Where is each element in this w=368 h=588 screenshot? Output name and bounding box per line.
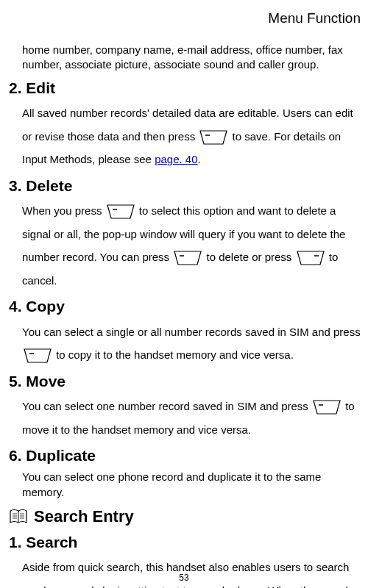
header-title: Menu Function (9, 9, 364, 28)
edit-text-c: . (198, 153, 201, 165)
heading-delete: 3. Delete (9, 176, 364, 196)
copy-body: You can select a single or all number re… (22, 320, 364, 367)
copy-text-a: You can select a single or all number re… (22, 326, 361, 338)
move-body: You can select one number record saved i… (22, 395, 364, 441)
svg-marker-0 (200, 131, 227, 144)
heading-move: 5. Move (9, 371, 364, 392)
softkey-icon (199, 130, 227, 145)
softkey-icon (24, 348, 52, 363)
heading-search-entry: Search Entry (9, 506, 364, 528)
page-link[interactable]: page. 40 (155, 153, 197, 165)
heading-edit: 2. Edit (9, 78, 364, 98)
softkey-icon (174, 251, 202, 265)
duplicate-body: You can select one phone record and dupl… (22, 469, 364, 500)
delete-text-c: to delete or press (206, 251, 294, 263)
book-icon (9, 508, 28, 526)
intro-paragraph: home number, company name, e-mail addres… (22, 43, 364, 73)
softkey-icon (107, 204, 135, 219)
svg-marker-6 (297, 251, 324, 265)
softkey-icon (297, 251, 325, 265)
svg-marker-10 (314, 401, 340, 414)
heading-copy: 4. Copy (9, 296, 364, 317)
delete-text-a: When you press (22, 204, 105, 217)
softkey-icon (313, 400, 341, 415)
copy-text-b: to copy it to the handset memory and vic… (56, 348, 294, 361)
svg-marker-8 (24, 349, 51, 362)
heading-search: 1. Search (9, 532, 364, 553)
svg-marker-4 (174, 251, 201, 265)
search-entry-label: Search Entry (34, 506, 134, 528)
move-text-a: You can select one number record saved i… (22, 400, 311, 412)
edit-body: All saved number records' detailed data … (22, 101, 364, 171)
heading-duplicate: 6. Duplicate (9, 445, 364, 466)
svg-marker-2 (107, 205, 134, 218)
page-number: 53 (0, 572, 368, 584)
delete-body: When you press to select this option and… (22, 199, 364, 292)
